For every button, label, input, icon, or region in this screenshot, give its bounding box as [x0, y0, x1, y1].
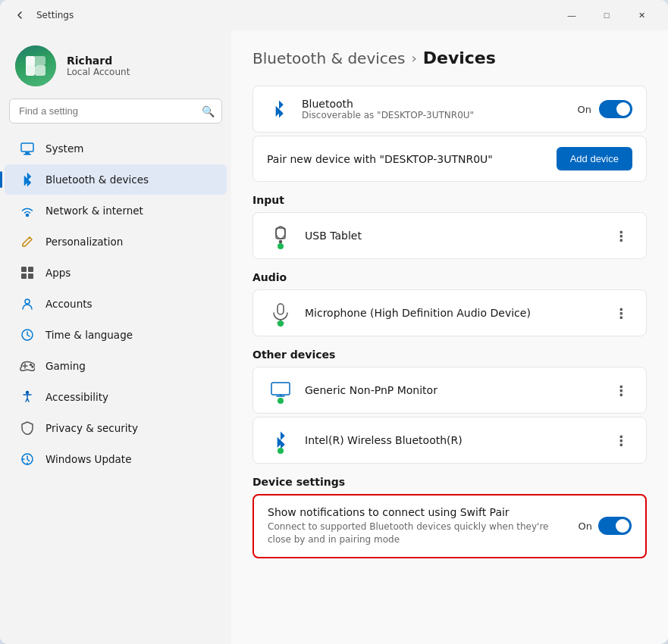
add-device-button[interactable]: Add device: [557, 147, 632, 170]
device-settings-label: Device settings: [252, 476, 647, 488]
svg-point-14: [32, 366, 33, 367]
avatar: [15, 45, 56, 86]
bluetooth-card-icon: [267, 97, 291, 121]
personalization-icon: [20, 234, 35, 249]
device-item-intel-bt: Intel(R) Wireless Bluetooth(R) ⋮: [252, 417, 647, 464]
monitor-name: Generic Non-PnP Monitor: [305, 384, 601, 396]
network-label: Network & internet: [45, 205, 143, 217]
sidebar-nav: System Bluetooth & devices: [0, 130, 231, 644]
sidebar-item-accounts[interactable]: Accounts: [5, 289, 227, 319]
breadcrumb: Bluetooth & devices › Devices: [252, 48, 647, 67]
personalization-label: Personalization: [45, 236, 123, 248]
section-audio-label: Audio: [252, 271, 647, 283]
device-more-button-monitor[interactable]: ⋮: [611, 380, 632, 401]
pair-new-text: Pair new device with "DESKTOP-3UTNR0U": [267, 153, 493, 165]
pair-new-device-card: Pair new device with "DESKTOP-3UTNR0U" A…: [252, 136, 647, 182]
user-info: Richard Local Account: [67, 55, 130, 77]
accounts-icon: [20, 296, 35, 311]
sidebar-item-apps[interactable]: Apps: [5, 258, 227, 288]
bluetooth-name: Bluetooth: [302, 98, 567, 110]
settings-window: Settings — □ ✕: [0, 0, 668, 644]
swift-pair-description: Connect to supported Bluetooth devices q…: [268, 521, 568, 546]
bluetooth-info: Bluetooth Discoverable as "DESKTOP-3UTNR…: [302, 98, 567, 120]
accounts-label: Accounts: [45, 298, 93, 310]
swift-pair-info: Show notifications to connect using Swif…: [268, 506, 568, 546]
sidebar-item-bluetooth[interactable]: Bluetooth & devices: [5, 164, 227, 195]
svg-rect-4: [25, 152, 30, 154]
username: Richard: [67, 55, 130, 67]
sidebar: Richard Local Account 🔍: [0, 30, 231, 644]
titlebar-title: Settings: [36, 10, 554, 20]
time-label: Time & language: [45, 329, 133, 341]
bluetooth-status-label: On: [578, 104, 591, 115]
sidebar-item-privacy[interactable]: Privacy & security: [5, 413, 227, 443]
breadcrumb-separator: ›: [412, 50, 417, 66]
swift-pair-title: Show notifications to connect using Swif…: [268, 506, 568, 518]
swift-pair-status-label: On: [579, 521, 592, 532]
sidebar-item-time[interactable]: Time & language: [5, 320, 227, 350]
svg-point-13: [30, 364, 32, 366]
search-input[interactable]: [9, 98, 222, 123]
swift-pair-toggle-area: On: [579, 517, 632, 535]
bluetooth-toggle[interactable]: [599, 100, 632, 118]
search-container: 🔍: [9, 98, 222, 123]
usb-tablet-name: USB Tablet: [305, 230, 601, 242]
apps-icon: [20, 265, 35, 280]
bluetooth-toggle-area: On: [578, 100, 632, 118]
apps-label: Apps: [45, 267, 71, 279]
user-profile[interactable]: Richard Local Account: [0, 30, 231, 98]
sidebar-item-accessibility[interactable]: Accessibility: [5, 382, 227, 412]
sidebar-item-system[interactable]: System: [5, 133, 227, 164]
device-more-button-usb-tablet[interactable]: ⋮: [611, 225, 632, 246]
bluetooth-label: Bluetooth & devices: [45, 174, 149, 186]
device-more-button-mic[interactable]: ⋮: [611, 302, 632, 324]
svg-rect-22: [271, 383, 290, 395]
intel-bt-name: Intel(R) Wireless Bluetooth(R): [305, 434, 601, 446]
sidebar-item-update[interactable]: Windows Update: [5, 444, 227, 474]
back-button[interactable]: [9, 5, 30, 26]
svg-rect-9: [21, 274, 27, 279]
update-label: Windows Update: [45, 453, 131, 465]
accessibility-label: Accessibility: [45, 391, 108, 403]
svg-rect-10: [28, 274, 33, 279]
device-item-monitor: Generic Non-PnP Monitor ⋮: [252, 367, 647, 414]
sidebar-item-gaming[interactable]: Gaming: [5, 351, 227, 381]
network-icon: [20, 203, 35, 218]
bluetooth-toggle-card: Bluetooth Discoverable as "DESKTOP-3UTNR…: [252, 86, 647, 133]
microphone-name: Microphone (High Definition Audio Device…: [305, 307, 601, 319]
close-button[interactable]: ✕: [624, 3, 659, 27]
system-label: System: [45, 142, 83, 155]
bluetooth-icon: [20, 172, 35, 187]
system-icon: [20, 141, 35, 156]
svg-rect-19: [278, 304, 284, 314]
device-status-dot-mic: [278, 320, 284, 327]
svg-rect-8: [28, 267, 33, 272]
maximize-button[interactable]: □: [589, 3, 624, 27]
content-area: Bluetooth & devices › Devices Bluetooth …: [231, 30, 668, 644]
swift-pair-card: Show notifications to connect using Swif…: [252, 494, 647, 558]
minimize-button[interactable]: —: [554, 3, 589, 27]
device-icon-usb-tablet: [267, 222, 294, 249]
breadcrumb-parent[interactable]: Bluetooth & devices: [252, 49, 406, 67]
update-icon: [20, 452, 35, 467]
svg-point-11: [25, 299, 30, 304]
svg-rect-3: [21, 143, 33, 152]
svg-point-15: [27, 392, 29, 394]
device-icon-microphone: [267, 299, 294, 327]
breadcrumb-current: Devices: [423, 48, 496, 67]
sidebar-item-network[interactable]: Network & internet: [5, 195, 227, 226]
gaming-icon: [20, 358, 35, 374]
swift-pair-toggle[interactable]: [598, 517, 632, 535]
device-status-dot: [278, 243, 284, 249]
svg-rect-1: [26, 56, 45, 65]
privacy-label: Privacy & security: [45, 422, 138, 434]
account-type: Local Account: [67, 67, 130, 77]
main-layout: Richard Local Account 🔍: [0, 30, 668, 644]
sidebar-item-personalization[interactable]: Personalization: [5, 227, 227, 257]
svg-rect-2: [35, 65, 45, 76]
gaming-label: Gaming: [45, 360, 86, 372]
device-more-button-bt[interactable]: ⋮: [611, 430, 632, 451]
device-item-microphone: Microphone (High Definition Audio Device…: [252, 289, 647, 336]
privacy-icon: [20, 420, 35, 436]
section-input-label: Input: [252, 194, 647, 206]
